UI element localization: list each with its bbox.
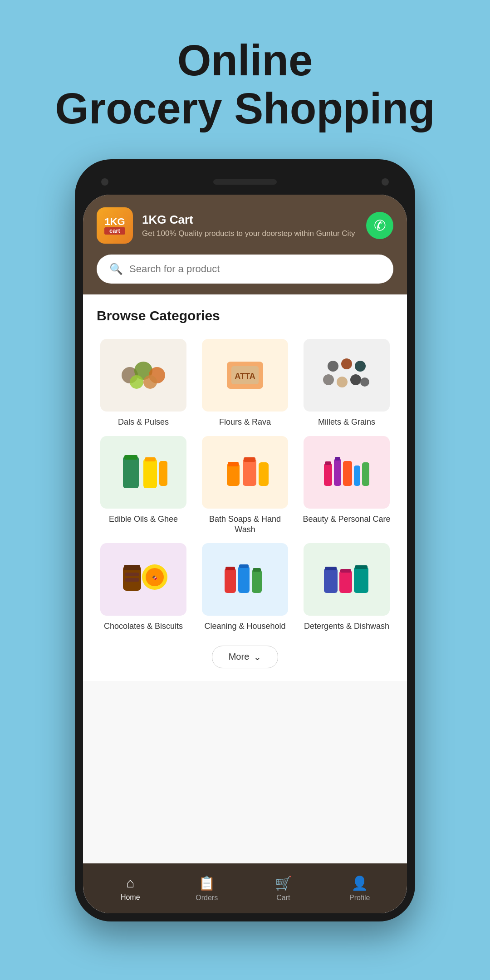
app-tagline: Get 100% Quality products to your doorst… xyxy=(142,229,357,239)
nav-profile[interactable]: 👤 Profile xyxy=(337,875,382,902)
category-flours-image: ATTA xyxy=(202,339,288,412)
category-dals[interactable]: Dals & Pulses xyxy=(97,339,190,427)
category-beauty-image xyxy=(304,436,390,509)
svg-point-8 xyxy=(328,361,338,372)
logo-1kg: 1KG xyxy=(104,216,125,227)
svg-rect-15 xyxy=(123,456,139,488)
svg-rect-30 xyxy=(325,461,331,465)
category-chocolates-label: Chocolates & Biscuits xyxy=(104,621,183,632)
chocolates-illustration: 🍫 xyxy=(116,557,171,602)
detergents-illustration xyxy=(319,557,374,602)
category-cleaning[interactable]: Cleaning & Household xyxy=(198,543,292,632)
svg-rect-24 xyxy=(259,462,269,486)
svg-rect-48 xyxy=(340,569,351,573)
nav-profile-label: Profile xyxy=(349,894,370,902)
whatsapp-button[interactable]: ✆ xyxy=(366,212,393,239)
category-chocolates-image: 🍫 xyxy=(100,543,186,616)
nav-home[interactable]: ⌂ Home xyxy=(108,875,153,902)
svg-rect-44 xyxy=(253,568,261,572)
svg-rect-31 xyxy=(335,457,340,461)
nav-cart-label: Cart xyxy=(276,894,290,902)
category-beauty[interactable]: Beauty & Personal Care xyxy=(300,436,393,535)
svg-rect-19 xyxy=(159,461,167,486)
category-cleaning-label: Cleaning & Household xyxy=(204,621,285,632)
svg-point-9 xyxy=(341,358,352,369)
speaker xyxy=(213,179,277,185)
cart-icon: 🛒 xyxy=(275,875,292,891)
svg-rect-35 xyxy=(125,578,139,582)
svg-point-3 xyxy=(130,375,143,389)
nav-cart[interactable]: 🛒 Cart xyxy=(260,875,306,902)
search-icon: 🔍 xyxy=(109,263,123,275)
app-name: 1KG Cart xyxy=(142,213,357,227)
svg-rect-33 xyxy=(124,565,140,570)
svg-rect-22 xyxy=(243,459,256,486)
oils-illustration xyxy=(116,450,171,495)
more-button-container: More ⌄ xyxy=(83,641,407,681)
svg-rect-39 xyxy=(225,568,236,593)
chevron-down-icon: ⌄ xyxy=(254,652,261,662)
browse-title: Browse Categories xyxy=(97,308,393,323)
category-flours[interactable]: ATTA Flours & Rava xyxy=(198,339,292,427)
svg-point-4 xyxy=(143,375,157,389)
svg-rect-26 xyxy=(334,459,341,486)
category-chocolates[interactable]: 🍫 Chocolates & Biscuits xyxy=(97,543,190,632)
category-millets[interactable]: Millets & Grains xyxy=(300,339,393,427)
browse-section: Browse Categories xyxy=(83,294,407,339)
svg-rect-20 xyxy=(227,463,240,486)
cleaning-illustration xyxy=(218,557,272,602)
svg-text:ATTA: ATTA xyxy=(235,372,255,381)
categories-grid: Dals & Pulses ATTA Flours & Rava xyxy=(83,339,407,641)
phone-frame: 1KG cart 1KG Cart Get 100% Quality produ… xyxy=(75,159,415,921)
svg-rect-27 xyxy=(343,461,352,486)
sensor xyxy=(382,178,389,186)
svg-rect-18 xyxy=(145,457,156,461)
svg-rect-42 xyxy=(239,564,249,568)
whatsapp-icon: ✆ xyxy=(374,217,386,234)
app-logo: 1KG cart xyxy=(97,207,133,244)
search-container: 🔍 xyxy=(83,255,407,294)
svg-rect-40 xyxy=(225,567,235,570)
bottom-nav: ⌂ Home 📋 Orders 🛒 Cart 👤 Profile xyxy=(83,863,407,913)
more-button-label: More xyxy=(229,652,250,662)
svg-rect-50 xyxy=(355,565,368,569)
svg-rect-21 xyxy=(228,462,239,466)
headline-line1: Online xyxy=(177,36,313,84)
svg-rect-34 xyxy=(125,573,139,576)
category-oils-image xyxy=(100,436,186,509)
search-bar[interactable]: 🔍 xyxy=(97,255,393,284)
nav-orders[interactable]: 📋 Orders xyxy=(184,875,230,902)
svg-rect-46 xyxy=(325,567,337,570)
category-cleaning-image xyxy=(202,543,288,616)
svg-rect-17 xyxy=(143,459,157,488)
category-oils-label: Edible Oils & Ghee xyxy=(109,514,178,524)
svg-rect-23 xyxy=(244,457,255,462)
svg-rect-41 xyxy=(238,566,250,593)
category-oils[interactable]: Edible Oils & Ghee xyxy=(97,436,190,535)
profile-icon: 👤 xyxy=(351,875,368,891)
content-area: Browse Categories Dals & Pulses xyxy=(83,294,407,863)
category-dals-label: Dals & Pulses xyxy=(118,417,169,427)
category-millets-label: Millets & Grains xyxy=(318,417,375,427)
svg-rect-49 xyxy=(354,567,368,593)
orders-icon: 📋 xyxy=(198,875,215,891)
soaps-illustration xyxy=(218,450,272,495)
app-info: 1KG Cart Get 100% Quality products to yo… xyxy=(142,213,357,239)
svg-rect-16 xyxy=(124,455,137,460)
svg-point-11 xyxy=(323,374,334,385)
category-soaps[interactable]: Bath Soaps & Hand Wash xyxy=(198,436,292,535)
svg-rect-45 xyxy=(324,568,338,593)
category-beauty-label: Beauty & Personal Care xyxy=(303,514,390,524)
category-detergents-label: Detergents & Dishwash xyxy=(304,621,389,632)
more-button[interactable]: More ⌄ xyxy=(212,646,279,668)
phone-screen: 1KG cart 1KG Cart Get 100% Quality produ… xyxy=(83,195,407,913)
logo-cart: cart xyxy=(104,227,125,235)
category-detergents[interactable]: Detergents & Dishwash xyxy=(300,543,393,632)
svg-rect-47 xyxy=(339,570,352,593)
svg-point-14 xyxy=(360,377,369,387)
phone-notch xyxy=(83,167,407,195)
headline-line2: Grocery Shopping xyxy=(55,84,435,132)
svg-point-12 xyxy=(337,377,348,387)
search-input[interactable] xyxy=(129,263,381,275)
millets-illustration xyxy=(319,353,374,398)
